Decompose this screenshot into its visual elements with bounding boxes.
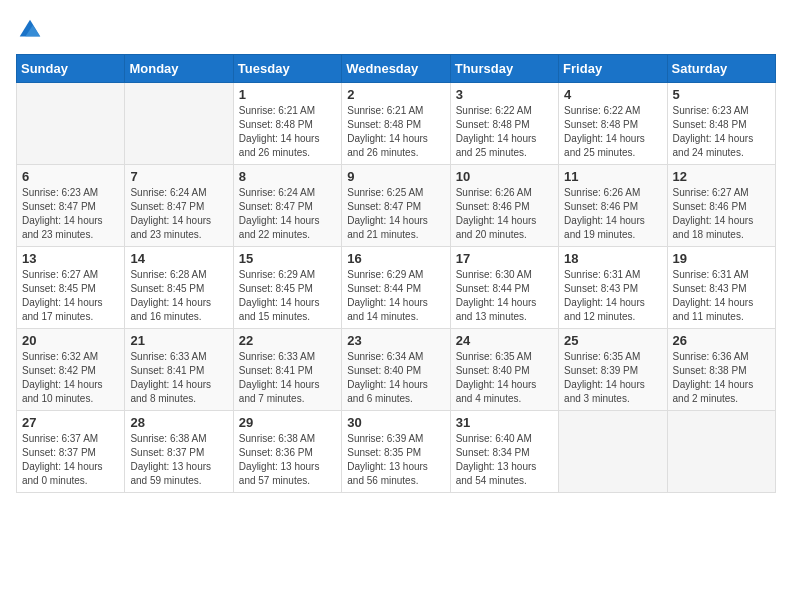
- calendar-week-row: 27Sunrise: 6:37 AMSunset: 8:37 PMDayligh…: [17, 411, 776, 493]
- calendar-week-row: 20Sunrise: 6:32 AMSunset: 8:42 PMDayligh…: [17, 329, 776, 411]
- calendar-cell: 8Sunrise: 6:24 AMSunset: 8:47 PMDaylight…: [233, 165, 341, 247]
- calendar-week-row: 6Sunrise: 6:23 AMSunset: 8:47 PMDaylight…: [17, 165, 776, 247]
- cell-content: Sunrise: 6:35 AMSunset: 8:40 PMDaylight:…: [456, 350, 553, 406]
- cell-content: Sunrise: 6:28 AMSunset: 8:45 PMDaylight:…: [130, 268, 227, 324]
- cell-content: Sunrise: 6:31 AMSunset: 8:43 PMDaylight:…: [564, 268, 661, 324]
- cell-content: Sunrise: 6:24 AMSunset: 8:47 PMDaylight:…: [130, 186, 227, 242]
- day-number: 27: [22, 415, 119, 430]
- cell-content: Sunrise: 6:33 AMSunset: 8:41 PMDaylight:…: [130, 350, 227, 406]
- cell-content: Sunrise: 6:29 AMSunset: 8:45 PMDaylight:…: [239, 268, 336, 324]
- day-number: 17: [456, 251, 553, 266]
- day-number: 2: [347, 87, 444, 102]
- day-number: 30: [347, 415, 444, 430]
- day-number: 22: [239, 333, 336, 348]
- calendar-cell: 17Sunrise: 6:30 AMSunset: 8:44 PMDayligh…: [450, 247, 558, 329]
- cell-content: Sunrise: 6:32 AMSunset: 8:42 PMDaylight:…: [22, 350, 119, 406]
- day-number: 1: [239, 87, 336, 102]
- cell-content: Sunrise: 6:40 AMSunset: 8:34 PMDaylight:…: [456, 432, 553, 488]
- calendar-cell: 24Sunrise: 6:35 AMSunset: 8:40 PMDayligh…: [450, 329, 558, 411]
- calendar-cell: [559, 411, 667, 493]
- page-header: [16, 16, 776, 44]
- day-number: 7: [130, 169, 227, 184]
- calendar-cell: 13Sunrise: 6:27 AMSunset: 8:45 PMDayligh…: [17, 247, 125, 329]
- day-number: 3: [456, 87, 553, 102]
- day-number: 4: [564, 87, 661, 102]
- calendar-cell: 25Sunrise: 6:35 AMSunset: 8:39 PMDayligh…: [559, 329, 667, 411]
- day-number: 29: [239, 415, 336, 430]
- calendar-cell: 9Sunrise: 6:25 AMSunset: 8:47 PMDaylight…: [342, 165, 450, 247]
- day-number: 11: [564, 169, 661, 184]
- calendar-cell: [17, 83, 125, 165]
- calendar-cell: 3Sunrise: 6:22 AMSunset: 8:48 PMDaylight…: [450, 83, 558, 165]
- logo: [16, 16, 48, 44]
- calendar-cell: 31Sunrise: 6:40 AMSunset: 8:34 PMDayligh…: [450, 411, 558, 493]
- cell-content: Sunrise: 6:31 AMSunset: 8:43 PMDaylight:…: [673, 268, 770, 324]
- calendar-cell: 30Sunrise: 6:39 AMSunset: 8:35 PMDayligh…: [342, 411, 450, 493]
- day-number: 28: [130, 415, 227, 430]
- day-number: 20: [22, 333, 119, 348]
- calendar-cell: 28Sunrise: 6:38 AMSunset: 8:37 PMDayligh…: [125, 411, 233, 493]
- cell-content: Sunrise: 6:30 AMSunset: 8:44 PMDaylight:…: [456, 268, 553, 324]
- column-header-tuesday: Tuesday: [233, 55, 341, 83]
- calendar-cell: 5Sunrise: 6:23 AMSunset: 8:48 PMDaylight…: [667, 83, 775, 165]
- column-header-monday: Monday: [125, 55, 233, 83]
- column-header-wednesday: Wednesday: [342, 55, 450, 83]
- calendar-cell: 16Sunrise: 6:29 AMSunset: 8:44 PMDayligh…: [342, 247, 450, 329]
- cell-content: Sunrise: 6:21 AMSunset: 8:48 PMDaylight:…: [347, 104, 444, 160]
- cell-content: Sunrise: 6:24 AMSunset: 8:47 PMDaylight:…: [239, 186, 336, 242]
- cell-content: Sunrise: 6:22 AMSunset: 8:48 PMDaylight:…: [564, 104, 661, 160]
- calendar-cell: 27Sunrise: 6:37 AMSunset: 8:37 PMDayligh…: [17, 411, 125, 493]
- cell-content: Sunrise: 6:37 AMSunset: 8:37 PMDaylight:…: [22, 432, 119, 488]
- logo-icon: [16, 16, 44, 44]
- cell-content: Sunrise: 6:21 AMSunset: 8:48 PMDaylight:…: [239, 104, 336, 160]
- calendar-cell: 7Sunrise: 6:24 AMSunset: 8:47 PMDaylight…: [125, 165, 233, 247]
- cell-content: Sunrise: 6:26 AMSunset: 8:46 PMDaylight:…: [456, 186, 553, 242]
- day-number: 15: [239, 251, 336, 266]
- calendar-week-row: 1Sunrise: 6:21 AMSunset: 8:48 PMDaylight…: [17, 83, 776, 165]
- cell-content: Sunrise: 6:27 AMSunset: 8:46 PMDaylight:…: [673, 186, 770, 242]
- cell-content: Sunrise: 6:38 AMSunset: 8:37 PMDaylight:…: [130, 432, 227, 488]
- calendar-cell: 12Sunrise: 6:27 AMSunset: 8:46 PMDayligh…: [667, 165, 775, 247]
- calendar-cell: [125, 83, 233, 165]
- calendar-week-row: 13Sunrise: 6:27 AMSunset: 8:45 PMDayligh…: [17, 247, 776, 329]
- calendar-cell: 11Sunrise: 6:26 AMSunset: 8:46 PMDayligh…: [559, 165, 667, 247]
- day-number: 16: [347, 251, 444, 266]
- day-number: 14: [130, 251, 227, 266]
- day-number: 23: [347, 333, 444, 348]
- column-header-saturday: Saturday: [667, 55, 775, 83]
- cell-content: Sunrise: 6:29 AMSunset: 8:44 PMDaylight:…: [347, 268, 444, 324]
- day-number: 31: [456, 415, 553, 430]
- day-number: 8: [239, 169, 336, 184]
- cell-content: Sunrise: 6:39 AMSunset: 8:35 PMDaylight:…: [347, 432, 444, 488]
- day-number: 24: [456, 333, 553, 348]
- calendar-cell: 6Sunrise: 6:23 AMSunset: 8:47 PMDaylight…: [17, 165, 125, 247]
- cell-content: Sunrise: 6:36 AMSunset: 8:38 PMDaylight:…: [673, 350, 770, 406]
- cell-content: Sunrise: 6:23 AMSunset: 8:47 PMDaylight:…: [22, 186, 119, 242]
- column-header-friday: Friday: [559, 55, 667, 83]
- day-number: 6: [22, 169, 119, 184]
- calendar-cell: 26Sunrise: 6:36 AMSunset: 8:38 PMDayligh…: [667, 329, 775, 411]
- calendar-cell: 14Sunrise: 6:28 AMSunset: 8:45 PMDayligh…: [125, 247, 233, 329]
- cell-content: Sunrise: 6:27 AMSunset: 8:45 PMDaylight:…: [22, 268, 119, 324]
- column-header-sunday: Sunday: [17, 55, 125, 83]
- cell-content: Sunrise: 6:26 AMSunset: 8:46 PMDaylight:…: [564, 186, 661, 242]
- calendar-cell: 10Sunrise: 6:26 AMSunset: 8:46 PMDayligh…: [450, 165, 558, 247]
- cell-content: Sunrise: 6:34 AMSunset: 8:40 PMDaylight:…: [347, 350, 444, 406]
- calendar-cell: 29Sunrise: 6:38 AMSunset: 8:36 PMDayligh…: [233, 411, 341, 493]
- calendar-cell: 1Sunrise: 6:21 AMSunset: 8:48 PMDaylight…: [233, 83, 341, 165]
- cell-content: Sunrise: 6:35 AMSunset: 8:39 PMDaylight:…: [564, 350, 661, 406]
- day-number: 26: [673, 333, 770, 348]
- calendar-cell: 18Sunrise: 6:31 AMSunset: 8:43 PMDayligh…: [559, 247, 667, 329]
- column-header-thursday: Thursday: [450, 55, 558, 83]
- calendar-table: SundayMondayTuesdayWednesdayThursdayFrid…: [16, 54, 776, 493]
- calendar-cell: 2Sunrise: 6:21 AMSunset: 8:48 PMDaylight…: [342, 83, 450, 165]
- cell-content: Sunrise: 6:38 AMSunset: 8:36 PMDaylight:…: [239, 432, 336, 488]
- day-number: 9: [347, 169, 444, 184]
- day-number: 25: [564, 333, 661, 348]
- calendar-cell: [667, 411, 775, 493]
- cell-content: Sunrise: 6:22 AMSunset: 8:48 PMDaylight:…: [456, 104, 553, 160]
- day-number: 5: [673, 87, 770, 102]
- day-number: 21: [130, 333, 227, 348]
- calendar-cell: 22Sunrise: 6:33 AMSunset: 8:41 PMDayligh…: [233, 329, 341, 411]
- cell-content: Sunrise: 6:25 AMSunset: 8:47 PMDaylight:…: [347, 186, 444, 242]
